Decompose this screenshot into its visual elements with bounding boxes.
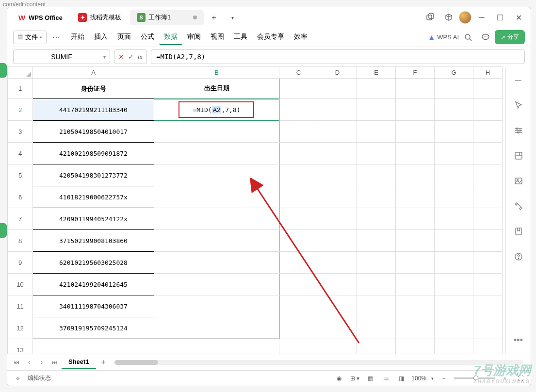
col-header-H[interactable]: H — [473, 67, 503, 79]
page-layout-icon[interactable]: ▭ — [380, 373, 391, 384]
cell-C12[interactable] — [279, 317, 318, 339]
menu-工具[interactable]: 工具 — [229, 30, 252, 45]
cell-B9[interactable] — [154, 252, 279, 274]
cell-E8[interactable] — [357, 230, 396, 252]
tools-icon[interactable] — [513, 200, 524, 212]
cursor-icon[interactable] — [513, 99, 524, 111]
cell-G6[interactable] — [435, 186, 473, 208]
menu-视图[interactable]: 视图 — [206, 30, 229, 45]
cell-C3[interactable] — [279, 121, 318, 143]
cell-B6[interactable] — [154, 186, 279, 208]
cell-G3[interactable] — [435, 121, 473, 143]
cell-C6[interactable] — [279, 186, 318, 208]
cell-H5[interactable] — [473, 164, 503, 186]
cell-C1[interactable] — [279, 79, 318, 99]
zoom-in-button[interactable]: ＋ — [500, 373, 510, 384]
cell-F7[interactable] — [396, 208, 435, 230]
menu-页面[interactable]: 页面 — [113, 30, 136, 45]
cell-H6[interactable] — [473, 186, 503, 208]
col-header-A[interactable]: A — [33, 67, 154, 79]
cell-D10[interactable] — [318, 274, 357, 295]
cell-H13[interactable] — [473, 339, 503, 354]
row-header-6[interactable]: 6 — [8, 186, 33, 208]
menu-审阅[interactable]: 审阅 — [182, 30, 206, 45]
edit-mode-icon[interactable]: ⎆ — [12, 373, 23, 384]
fx-icon[interactable]: fx — [138, 53, 143, 61]
cell-E7[interactable] — [357, 208, 396, 230]
cell-E12[interactable] — [357, 317, 396, 339]
formula-input[interactable] — [151, 49, 525, 64]
select-all-corner[interactable] — [8, 67, 33, 79]
cube-icon[interactable] — [440, 9, 457, 26]
row-header-5[interactable]: 5 — [8, 164, 33, 186]
view-eye-icon[interactable]: ◉ — [334, 373, 344, 384]
cell-H9[interactable] — [473, 252, 503, 274]
tab-dropdown-button[interactable]: ▾ — [224, 9, 241, 26]
cell-D7[interactable] — [318, 208, 357, 230]
col-header-F[interactable]: F — [396, 67, 435, 79]
menu-效率[interactable]: 效率 — [289, 30, 312, 45]
menu-公式[interactable]: 公式 — [136, 30, 159, 45]
cell-E5[interactable] — [357, 164, 396, 186]
row-header-1[interactable]: 1 — [8, 79, 33, 99]
cell-D8[interactable] — [318, 230, 357, 252]
cell-F3[interactable] — [396, 121, 435, 143]
cell-D6[interactable] — [318, 186, 357, 208]
minimize-button[interactable]: ─ — [473, 9, 490, 26]
last-sheet-button[interactable]: ⏭ — [49, 357, 60, 368]
cell-B11[interactable] — [154, 295, 279, 317]
cell-F11[interactable] — [396, 295, 435, 317]
grid[interactable]: ABCDEFGH1身份证号出生日期2441702199211183340=MID… — [7, 66, 505, 354]
cell-G2[interactable] — [435, 99, 473, 121]
cell-H3[interactable] — [473, 121, 503, 143]
cell-F12[interactable] — [396, 317, 435, 339]
tab-template[interactable]: ✦ 找稻壳模板 — [71, 10, 128, 25]
tab-workbook[interactable]: S 工作簿1 — [130, 10, 204, 25]
cell-F8[interactable] — [396, 230, 435, 252]
row-header-8[interactable]: 8 — [8, 230, 33, 252]
cell-A6[interactable]: 41018219000622757x — [33, 186, 154, 208]
cell-F2[interactable] — [396, 99, 435, 121]
cell-H12[interactable] — [473, 317, 503, 339]
normal-view-icon[interactable]: ▦ — [365, 373, 375, 384]
cell-A9[interactable]: 620102195603025028 — [33, 252, 154, 274]
cell-G11[interactable] — [435, 295, 473, 317]
file-menu[interactable]: ☰ 文件 ▾ — [13, 31, 47, 44]
cell-G8[interactable] — [435, 230, 473, 252]
row-header-9[interactable]: 9 — [8, 252, 33, 274]
cell-E9[interactable] — [357, 252, 396, 274]
name-box[interactable]: SUMIF ▾ — [13, 49, 110, 64]
cell-H7[interactable] — [473, 208, 503, 230]
more-menu-button[interactable]: ⋯ — [48, 31, 65, 44]
cell-B8[interactable] — [154, 230, 279, 252]
cell-G13[interactable] — [435, 339, 473, 354]
row-header-10[interactable]: 10 — [8, 274, 33, 295]
cell-E13[interactable] — [357, 339, 396, 354]
zoom-out-button[interactable]: − — [439, 373, 449, 384]
cell-A8[interactable]: 371502199008103860 — [33, 230, 154, 252]
cell-D1[interactable] — [318, 79, 357, 99]
reading-view-icon[interactable]: ◨ — [396, 373, 406, 384]
layout-icon[interactable] — [513, 150, 524, 162]
close-button[interactable]: ✕ — [510, 9, 527, 26]
cell-D2[interactable] — [318, 99, 357, 121]
cell-E6[interactable] — [357, 186, 396, 208]
cell-C11[interactable] — [279, 295, 318, 317]
row-header-11[interactable]: 11 — [8, 295, 33, 317]
bookmark-icon[interactable] — [513, 226, 524, 237]
maximize-button[interactable]: ☐ — [492, 9, 508, 26]
cell-E4[interactable] — [357, 143, 396, 164]
cell-H4[interactable] — [473, 143, 503, 164]
next-sheet-button[interactable]: › — [36, 357, 47, 368]
cell-G10[interactable] — [435, 274, 473, 295]
share-button[interactable]: ↗ 分享 — [495, 30, 525, 44]
collapse-panel-icon[interactable]: ─ — [513, 74, 524, 86]
cell-A10[interactable]: 421024199204012645 — [33, 274, 154, 295]
cell-G12[interactable] — [435, 317, 473, 339]
col-header-B[interactable]: B — [154, 67, 279, 79]
cell-H11[interactable] — [473, 295, 503, 317]
cell-C4[interactable] — [279, 143, 318, 164]
cell-H2[interactable] — [473, 99, 503, 121]
new-tab-button[interactable]: ＋ — [206, 9, 222, 26]
row-header-13[interactable]: 13 — [8, 339, 33, 354]
